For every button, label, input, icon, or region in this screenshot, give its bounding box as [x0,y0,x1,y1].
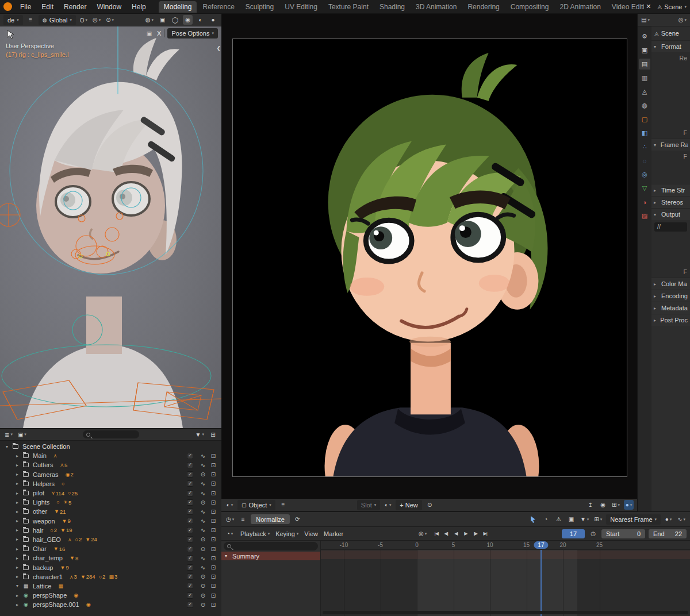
tab-rendering[interactable]: Rendering [462,1,504,13]
cursor-tool-button[interactable] [5,29,17,41]
channel-search-input[interactable] [224,542,318,550]
menu-window[interactable]: Window [92,2,126,12]
outliner-row-hair[interactable]: ▸hair○2▼19✓∿⊡ [0,526,221,535]
exclude-checkbox[interactable]: ✓ [187,527,193,533]
outliner-row-pilot[interactable]: ▸pilot⋎114○25✓∿⊡ [0,488,221,498]
disclosure-triangle-icon[interactable]: ▸ [14,500,21,505]
properties-tab-texture[interactable]: ▨ [639,210,650,221]
menu-icon[interactable]: ≡ [26,15,36,25]
disclosure-triangle-icon[interactable]: ▾ [14,583,21,588]
prev-keyframe-button[interactable]: ◀| [441,529,451,538]
horizontal-scrollbar[interactable] [323,611,688,614]
render-preview-icon[interactable]: ●▾ [624,500,634,510]
menu-icon[interactable]: ≡ [278,500,288,510]
current-frame-indicator[interactable]: 17 [534,541,548,549]
properties-tab-modifiers[interactable]: ◧ [639,128,650,138]
shading-material-icon[interactable]: ◐ [195,15,205,25]
scene-selector[interactable]: ◬ Scene ▾ [658,3,687,10]
exclude-checkbox[interactable]: ✓ [187,509,193,515]
properties-tab-object-data[interactable]: ▽ [639,183,650,194]
tab-sculpting[interactable]: Sculpting [240,1,279,13]
screen-icon[interactable]: ∿ [198,480,208,487]
editor-type-icon[interactable]: ≣▾ [3,430,14,440]
properties-tab-view-layer[interactable]: ▥ [639,72,650,83]
tab-2d-animation[interactable]: 2D Animation [554,1,605,13]
exclude-checkbox[interactable]: ✓ [187,499,193,506]
menu-keying[interactable]: Keying▾ [273,530,301,537]
disclosure-triangle-icon[interactable]: ▸ [14,509,21,514]
properties-tab-particles[interactable]: ∴ [639,141,650,152]
exclude-checkbox[interactable]: ✓ [187,518,193,524]
tab-reference[interactable]: Reference [197,1,239,13]
warning-icon[interactable]: ⚠ [554,514,564,524]
disclosure-triangle-icon[interactable]: ▸ [14,546,21,552]
exclude-checkbox[interactable]: ✓ [187,480,193,487]
camera-visibility-icon[interactable]: ⊡ [209,471,218,478]
jump-end-button[interactable]: ▶| [480,529,490,538]
disclosure-triangle-icon[interactable]: ▸ [14,491,21,496]
editor-type-icon[interactable]: ◷▾ [225,514,235,524]
outliner-row-perspshape[interactable]: ▸◉perspShape◉✓⊙⊡ [0,591,221,600]
jump-start-button[interactable]: |◀ [431,529,441,538]
outliner-row-cutters[interactable]: ▸Cutters⋏5✓∿⊡ [0,460,221,469]
outliner-row-character1[interactable]: ▸character1⋏3▼284○2▦3✓⊙⊡ [0,572,221,582]
outliner-row-char[interactable]: ▸Char▼16✓⊙⊡ [0,544,221,553]
menu-render[interactable]: Render [59,2,91,12]
mirror-axis-label[interactable]: X [157,30,161,37]
screen-icon[interactable]: ∿ [198,509,208,515]
properties-tab-scene[interactable]: ◬ [639,86,650,97]
exclude-checkbox[interactable]: ✓ [187,462,193,468]
stopwatch-icon[interactable]: ◷ [588,529,598,538]
exclude-checkbox[interactable]: ✓ [187,564,193,571]
channel-summary[interactable]: ▾Summary [221,552,320,560]
shading-rendered-icon[interactable]: ● [208,15,218,25]
panel-header-post-proces[interactable]: ▸Post Proces [651,314,690,326]
shading-wireframe-icon[interactable]: ◯ [170,15,180,25]
disclosure-triangle-icon[interactable]: ▸ [14,565,21,570]
menu-icon[interactable]: ≡ [238,514,248,524]
camera-visibility-icon[interactable]: ⊡ [209,509,218,515]
normalize-button[interactable]: Normalize [251,514,290,524]
exclude-checkbox[interactable]: ✓ [187,546,193,552]
gizmo-grid-icon[interactable]: ⊞▾ [611,500,621,510]
camera-visibility-icon[interactable]: ⊡ [209,573,218,580]
image-icon[interactable]: ▣ [566,514,576,524]
transform-orientation-dropdown[interactable]: ◍ Global ▾ [39,15,76,25]
outliner-row-backup[interactable]: ▸backup▼9✓∿⊡ [0,563,221,572]
ghost-icon[interactable]: ◔ [541,514,551,524]
eye-icon[interactable]: ⊙ [198,546,208,552]
outliner-row-helpers[interactable]: ▸Helpers○✓∿⊡ [0,479,221,488]
panel-header-frame-ran[interactable]: ▾Frame Ran [651,139,690,151]
disclosure-triangle-icon[interactable]: ▸ [14,472,21,477]
camera-visibility-icon[interactable]: ⊡ [209,518,218,524]
panel-header-stereos[interactable]: ▸Stereos [651,197,690,208]
tab-compositing[interactable]: Compositing [505,1,554,13]
screen-icon[interactable]: ∿ [198,462,208,468]
disclosure-triangle-icon[interactable]: ▸ [14,528,21,533]
snap-grid-icon[interactable]: ⊞▾ [593,514,603,524]
exclude-checkbox[interactable]: ✓ [187,573,193,580]
menu-help[interactable]: Help [127,2,151,12]
camera-visibility-icon[interactable]: ⊡ [209,555,218,561]
screen-icon[interactable]: ∿ [198,453,208,459]
disclosure-triangle-icon[interactable]: ▸ [14,518,21,523]
mode-dropdown[interactable]: de ▾ [3,15,23,25]
screen-icon[interactable]: ∿ [198,490,208,496]
disclosure-triangle-icon[interactable]: ▸ [14,537,21,542]
screen-icon[interactable]: ∿ [198,518,208,524]
exclude-checkbox[interactable]: ✓ [187,592,193,599]
screen-icon[interactable]: ∿ [198,564,208,571]
tab-modeling[interactable]: Modeling [159,1,197,13]
properties-tab-tool[interactable]: ⚙ [639,31,650,42]
camera-visibility-icon[interactable]: ⊡ [209,536,218,542]
timeline-ruler[interactable]: -10-5051015202517 [321,541,690,550]
menu-edit[interactable]: Edit [37,2,58,12]
camera-visibility-icon[interactable]: ⊡ [209,564,218,571]
properties-tab-constraints[interactable]: ◎ [639,169,650,180]
eye-icon[interactable]: ⊙ [198,499,208,506]
new-image-button[interactable]: + New [396,500,422,510]
editor-type-icon[interactable]: ▤▾ [640,15,651,25]
camera-visibility-icon[interactable]: ⊡ [209,480,218,487]
current-frame-field[interactable]: 17 [562,529,585,538]
screen-icon[interactable]: ∿ [198,527,208,533]
